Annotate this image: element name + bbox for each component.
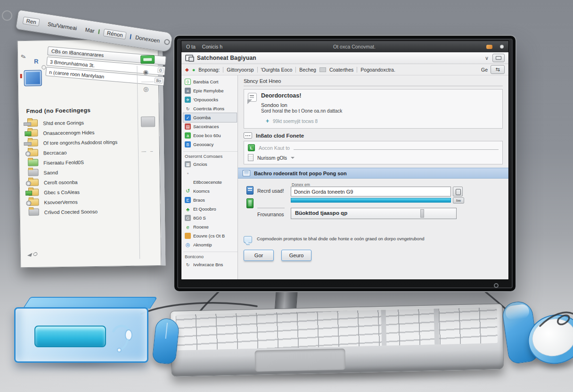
- leaf-icon: ♣: [185, 206, 191, 212]
- settings-list: Shtd ence Gorings Onasacecenogm Hides Of…: [24, 117, 140, 217]
- dialog-window-button[interactable]: [492, 54, 505, 62]
- send-icon: ✈: [185, 97, 191, 103]
- sidebar-item[interactable]: G8G0 S: [183, 213, 237, 222]
- scrollbar-thumb[interactable]: [141, 116, 155, 127]
- selected-list-row[interactable]: Bachro rodeoratit frot popo Pong son: [238, 168, 508, 179]
- sidebar-item[interactable]: ↺Koorncs: [183, 187, 237, 196]
- list-item-label: Fiseraatu Feold0S: [43, 159, 84, 165]
- sidebar-item[interactable]: EBraos: [183, 196, 237, 204]
- checkbox-icon: ✓: [185, 114, 191, 121]
- titlebar-item[interactable]: Ren: [23, 16, 40, 26]
- speech-bubble-icon: [244, 236, 252, 243]
- dialog-sidebar: 0Barebia Cort ≡Epie Remylobe ✈'Orpouoock…: [181, 75, 238, 279]
- menu-divider: [295, 67, 296, 73]
- swap-button[interactable]: ⇆: [491, 65, 505, 74]
- sidebar-item[interactable]: ▦Gncios: [183, 160, 237, 169]
- plant-icon: e: [185, 224, 191, 230]
- blue-device-box: [14, 297, 148, 363]
- red-tick: [20, 74, 22, 78]
- menu-item[interactable]: Coaterthes: [329, 67, 353, 73]
- preferences-dropdown[interactable]: Büokttod tjaaspo qp: [291, 208, 457, 219]
- sidebar-item[interactable]: ↻Ivvlnxcace Bns: [183, 260, 237, 269]
- sidebar-item-label: Coertrcta iRons: [193, 106, 224, 111]
- add-link[interactable]: +99kt soemyjit tocws 8: [266, 118, 499, 124]
- menu-item[interactable]: Bnponag:: [198, 67, 220, 73]
- titlebar-divider: [43, 20, 44, 26]
- sidebar-item[interactable]: ◎Aknomtip: [183, 240, 237, 249]
- green-battery-icon: [246, 198, 254, 208]
- rail-circle-icon[interactable]: ◉: [143, 68, 149, 75]
- dialog-titlebar: Satchoneat Bagiyuan ∨: [181, 52, 508, 64]
- sidebar-item[interactable]: ✈'Orpouoocks: [183, 95, 237, 104]
- dropdown-handle[interactable]: [420, 209, 424, 218]
- green-action-button[interactable]: [140, 55, 155, 64]
- sidebar-item[interactable]: 0Barebia Cort: [183, 77, 237, 86]
- device-name-input[interactable]: [291, 187, 451, 196]
- sidebar-item-label: 8G0 S: [193, 215, 206, 220]
- sidebar-item[interactable]: eRooexe: [183, 222, 237, 231]
- sidebar-item[interactable]: BGeoooacy: [183, 140, 237, 149]
- menu-item[interactable]: Pogoandoxctra.: [360, 67, 395, 73]
- dialog-menubar: ◆ ● Bnponag: Gittoryoorsp 'Ourghta Eoco …: [181, 64, 508, 75]
- dialog-app-icon: [185, 55, 193, 61]
- folder-disk-icon: [28, 199, 39, 206]
- titlebar-item[interactable]: Stu/Varmeai: [47, 21, 77, 31]
- window-dots-icon: [244, 132, 252, 139]
- sidebar-item[interactable]: ♣Et Qooobro: [183, 204, 237, 213]
- titlebar-divider: [81, 26, 82, 32]
- small-ring-icon: [41, 65, 46, 69]
- quote-icon: [248, 93, 257, 102]
- decor-ring: [2, 10, 12, 21]
- cancel-button[interactable]: Geuro: [281, 250, 311, 261]
- os-menu-item[interactable]: Conicis h: [202, 44, 222, 49]
- sidebar-item-label: Rooexe: [193, 224, 209, 229]
- sidebar-item[interactable]: E8bcoecenote: [183, 178, 237, 187]
- list-item[interactable]: Crlivod Coected Soooso: [25, 206, 140, 217]
- sidebar-item[interactable]: ▤Sacoxtnaces: [183, 122, 237, 131]
- dropdown-value: Büokttod tjaaspo qp: [295, 210, 347, 216]
- app-icon-blue: [24, 70, 42, 86]
- menu-item[interactable]: 'Ourghta Eoco: [261, 67, 293, 73]
- option-row[interactable]: Nurissm gOls: [248, 154, 499, 161]
- sidebar-item[interactable]: ≡Epie Remylobe: [183, 86, 237, 95]
- screen-icon: [28, 159, 38, 166]
- menu-item[interactable]: Becheg: [299, 67, 316, 73]
- list-heading: Fmod (no Foectingegs: [26, 107, 91, 114]
- folder-green-icon: [28, 189, 39, 196]
- sidebar-item[interactable]: ↻Coertrcta iRons: [183, 104, 237, 113]
- titlebar-item[interactable]: Mar: [85, 27, 95, 34]
- os-tray-icon-dot[interactable]: [500, 45, 504, 49]
- window-right-rail: ◉ ◎ — –: [137, 65, 160, 259]
- titlebar-item[interactable]: Rénon: [103, 29, 127, 40]
- sidebar-item-label: E8bcoecenote: [193, 180, 222, 185]
- list-item-label: Ceroft osoonba: [44, 179, 78, 185]
- rail-circle-icon[interactable]: ◎: [143, 85, 149, 92]
- mini-button[interactable]: bw: [453, 197, 464, 204]
- sidebar-section-header: Bontcono: [183, 252, 237, 260]
- os-taskbar: O ta Conicis h Ot oxca Conovmat.: [181, 41, 508, 52]
- folder-green-icon: [27, 130, 38, 137]
- sidebar-item[interactable]: aEooe bco 60u: [183, 131, 237, 140]
- os-tray-icon-orange[interactable]: [486, 45, 492, 49]
- option-row[interactable]: L Aocon Kaut to: [248, 144, 499, 151]
- power-icon: 0: [185, 79, 191, 85]
- titlebar-item[interactable]: Donexoen: [135, 34, 160, 44]
- menu-item[interactable]: Gittoryoorsp: [227, 67, 254, 73]
- monitor: O ta Conicis h Ot oxca Conovmat. Satchon…: [173, 35, 516, 292]
- sidebar-item[interactable]: ▫: [183, 169, 237, 178]
- sidebar-item-selected[interactable]: ✓Goornba: [183, 113, 237, 122]
- book-icon: ▤: [185, 123, 191, 130]
- ok-button[interactable]: Gor: [244, 250, 274, 261]
- os-menu-item[interactable]: O ta: [186, 44, 196, 49]
- box-icon: ▫: [185, 170, 191, 176]
- sidebar-item-label: Barebia Cort: [193, 79, 218, 84]
- speaker-icon: [28, 169, 38, 176]
- folder-key-icon: [27, 120, 38, 127]
- chevron-down-icon[interactable]: ∨: [485, 55, 489, 61]
- browse-button[interactable]: [453, 187, 463, 196]
- disk-icon: [29, 209, 39, 216]
- sidebar-item[interactable]: Eouvre (cs Ot B: [183, 231, 237, 240]
- sidebar-item-label: Koorncs: [193, 188, 210, 194]
- sidebar-item-label: Epie Remylobe: [193, 88, 223, 93]
- list-item-label: Saond: [43, 169, 58, 175]
